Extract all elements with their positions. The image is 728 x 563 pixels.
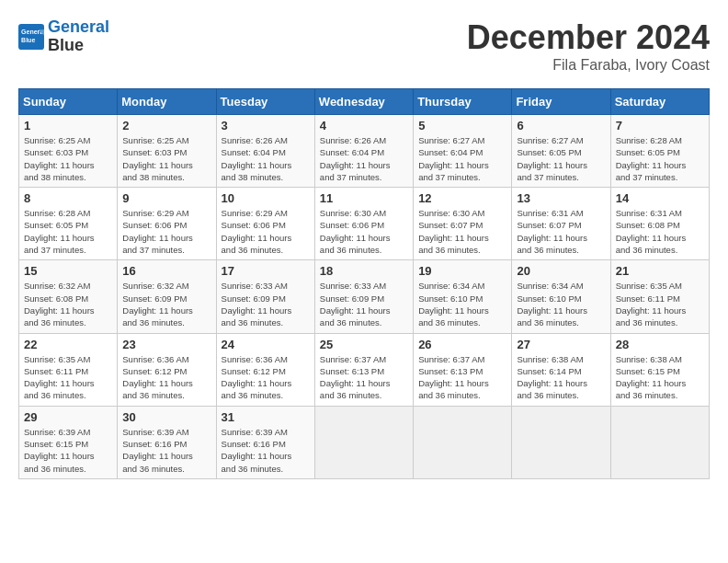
day-number: 31 <box>222 410 310 424</box>
weekday-header-monday: Monday <box>118 89 216 115</box>
day-number: 19 <box>418 264 506 278</box>
calendar-cell: 18Sunrise: 6:33 AMSunset: 6:09 PMDayligh… <box>314 260 413 333</box>
day-info: Sunrise: 6:25 AMSunset: 6:03 PMDaylight:… <box>24 134 112 183</box>
day-info: Sunrise: 6:26 AMSunset: 6:04 PMDaylight:… <box>222 134 310 183</box>
day-number: 28 <box>616 338 704 351</box>
calendar-cell: 25Sunrise: 6:37 AMSunset: 6:13 PMDayligh… <box>314 333 413 406</box>
day-number: 25 <box>320 338 408 351</box>
day-number: 24 <box>222 338 310 351</box>
weekday-header-thursday: Thursday <box>414 89 512 115</box>
calendar-cell <box>512 406 610 478</box>
day-info: Sunrise: 6:31 AMSunset: 6:07 PMDaylight:… <box>517 207 605 256</box>
day-number: 12 <box>418 191 506 205</box>
weekday-header-friday: Friday <box>512 89 610 115</box>
day-info: Sunrise: 6:35 AMSunset: 6:11 PMDaylight:… <box>616 280 704 328</box>
calendar-table: SundayMondayTuesdayWednesdayThursdayFrid… <box>18 88 710 479</box>
day-info: Sunrise: 6:39 AMSunset: 6:16 PMDaylight:… <box>222 426 310 475</box>
calendar-cell: 24Sunrise: 6:36 AMSunset: 6:12 PMDayligh… <box>216 333 314 406</box>
day-info: Sunrise: 6:36 AMSunset: 6:12 PMDaylight:… <box>122 353 210 402</box>
day-info: Sunrise: 6:38 AMSunset: 6:14 PMDaylight:… <box>517 353 605 402</box>
calendar-cell: 28Sunrise: 6:38 AMSunset: 6:15 PMDayligh… <box>610 333 709 406</box>
day-number: 1 <box>24 119 112 132</box>
day-number: 13 <box>517 191 605 205</box>
day-number: 14 <box>616 191 704 205</box>
day-number: 10 <box>222 191 310 205</box>
logo: General Blue GeneralBlue <box>18 18 109 55</box>
calendar-cell: 7Sunrise: 6:28 AMSunset: 6:05 PMDaylight… <box>610 115 709 188</box>
calendar-cell: 29Sunrise: 6:39 AMSunset: 6:15 PMDayligh… <box>19 406 118 478</box>
calendar-cell: 2Sunrise: 6:25 AMSunset: 6:03 PMDaylight… <box>118 115 216 188</box>
day-number: 16 <box>122 264 210 278</box>
day-info: Sunrise: 6:25 AMSunset: 6:03 PMDaylight:… <box>122 134 210 183</box>
day-info: Sunrise: 6:28 AMSunset: 6:05 PMDaylight:… <box>24 207 112 256</box>
day-info: Sunrise: 6:30 AMSunset: 6:06 PMDaylight:… <box>320 207 408 256</box>
day-info: Sunrise: 6:38 AMSunset: 6:15 PMDaylight:… <box>616 353 704 402</box>
day-info: Sunrise: 6:31 AMSunset: 6:08 PMDaylight:… <box>616 207 704 256</box>
calendar-cell: 3Sunrise: 6:26 AMSunset: 6:04 PMDaylight… <box>216 115 314 188</box>
title-block: December 2024 Fila Faraba, Ivory Coast <box>467 18 710 74</box>
day-info: Sunrise: 6:29 AMSunset: 6:06 PMDaylight:… <box>122 207 210 256</box>
calendar-cell: 23Sunrise: 6:36 AMSunset: 6:12 PMDayligh… <box>118 333 216 406</box>
day-info: Sunrise: 6:34 AMSunset: 6:10 PMDaylight:… <box>517 280 605 328</box>
day-number: 2 <box>122 119 210 132</box>
day-info: Sunrise: 6:33 AMSunset: 6:09 PMDaylight:… <box>320 280 408 328</box>
day-number: 4 <box>320 119 408 132</box>
calendar-cell: 16Sunrise: 6:32 AMSunset: 6:09 PMDayligh… <box>118 260 216 333</box>
logo-text: GeneralBlue <box>48 18 109 55</box>
day-info: Sunrise: 6:37 AMSunset: 6:13 PMDaylight:… <box>418 353 506 402</box>
day-info: Sunrise: 6:35 AMSunset: 6:11 PMDaylight:… <box>24 353 112 402</box>
calendar-week-row: 8Sunrise: 6:28 AMSunset: 6:05 PMDaylight… <box>19 188 710 260</box>
day-info: Sunrise: 6:39 AMSunset: 6:15 PMDaylight:… <box>24 426 112 475</box>
calendar-cell: 22Sunrise: 6:35 AMSunset: 6:11 PMDayligh… <box>19 333 118 406</box>
day-info: Sunrise: 6:28 AMSunset: 6:05 PMDaylight:… <box>616 134 704 183</box>
weekday-header-tuesday: Tuesday <box>216 89 314 115</box>
calendar-cell: 30Sunrise: 6:39 AMSunset: 6:16 PMDayligh… <box>118 406 216 478</box>
day-number: 9 <box>122 191 210 205</box>
calendar-cell: 26Sunrise: 6:37 AMSunset: 6:13 PMDayligh… <box>414 333 512 406</box>
day-number: 3 <box>222 119 310 132</box>
day-number: 22 <box>24 338 112 351</box>
calendar-cell: 1Sunrise: 6:25 AMSunset: 6:03 PMDaylight… <box>19 115 118 188</box>
day-info: Sunrise: 6:27 AMSunset: 6:04 PMDaylight:… <box>418 134 506 183</box>
calendar-week-row: 22Sunrise: 6:35 AMSunset: 6:11 PMDayligh… <box>19 333 710 406</box>
calendar-subtitle: Fila Faraba, Ivory Coast <box>467 57 710 74</box>
calendar-cell: 27Sunrise: 6:38 AMSunset: 6:14 PMDayligh… <box>512 333 610 406</box>
day-info: Sunrise: 6:37 AMSunset: 6:13 PMDaylight:… <box>320 353 408 402</box>
page-header: General Blue GeneralBlue December 2024 F… <box>18 18 710 74</box>
day-number: 7 <box>616 119 704 132</box>
day-number: 20 <box>517 264 605 278</box>
calendar-cell: 14Sunrise: 6:31 AMSunset: 6:08 PMDayligh… <box>610 188 709 260</box>
calendar-title: December 2024 <box>467 18 710 57</box>
weekday-header-row: SundayMondayTuesdayWednesdayThursdayFrid… <box>19 89 710 115</box>
day-info: Sunrise: 6:36 AMSunset: 6:12 PMDaylight:… <box>222 353 310 402</box>
calendar-cell <box>610 406 709 478</box>
day-number: 8 <box>24 191 112 205</box>
calendar-week-row: 29Sunrise: 6:39 AMSunset: 6:15 PMDayligh… <box>19 406 710 478</box>
logo-icon: General Blue <box>18 24 44 50</box>
calendar-cell: 31Sunrise: 6:39 AMSunset: 6:16 PMDayligh… <box>216 406 314 478</box>
svg-text:Blue: Blue <box>21 37 35 43</box>
calendar-week-row: 1Sunrise: 6:25 AMSunset: 6:03 PMDaylight… <box>19 115 710 188</box>
calendar-cell: 8Sunrise: 6:28 AMSunset: 6:05 PMDaylight… <box>19 188 118 260</box>
calendar-cell: 11Sunrise: 6:30 AMSunset: 6:06 PMDayligh… <box>314 188 413 260</box>
day-number: 27 <box>517 338 605 351</box>
day-number: 6 <box>517 119 605 132</box>
day-info: Sunrise: 6:30 AMSunset: 6:07 PMDaylight:… <box>418 207 506 256</box>
calendar-cell: 4Sunrise: 6:26 AMSunset: 6:04 PMDaylight… <box>314 115 413 188</box>
day-number: 26 <box>418 338 506 351</box>
day-info: Sunrise: 6:32 AMSunset: 6:08 PMDaylight:… <box>24 280 112 328</box>
day-number: 5 <box>418 119 506 132</box>
day-info: Sunrise: 6:39 AMSunset: 6:16 PMDaylight:… <box>122 426 210 475</box>
calendar-cell: 17Sunrise: 6:33 AMSunset: 6:09 PMDayligh… <box>216 260 314 333</box>
day-info: Sunrise: 6:26 AMSunset: 6:04 PMDaylight:… <box>320 134 408 183</box>
day-number: 30 <box>122 410 210 424</box>
weekday-header-sunday: Sunday <box>19 89 118 115</box>
weekday-header-saturday: Saturday <box>610 89 709 115</box>
day-number: 21 <box>616 264 704 278</box>
day-info: Sunrise: 6:34 AMSunset: 6:10 PMDaylight:… <box>418 280 506 328</box>
calendar-cell: 5Sunrise: 6:27 AMSunset: 6:04 PMDaylight… <box>414 115 512 188</box>
calendar-week-row: 15Sunrise: 6:32 AMSunset: 6:08 PMDayligh… <box>19 260 710 333</box>
calendar-cell: 21Sunrise: 6:35 AMSunset: 6:11 PMDayligh… <box>610 260 709 333</box>
day-number: 18 <box>320 264 408 278</box>
day-number: 29 <box>24 410 112 424</box>
